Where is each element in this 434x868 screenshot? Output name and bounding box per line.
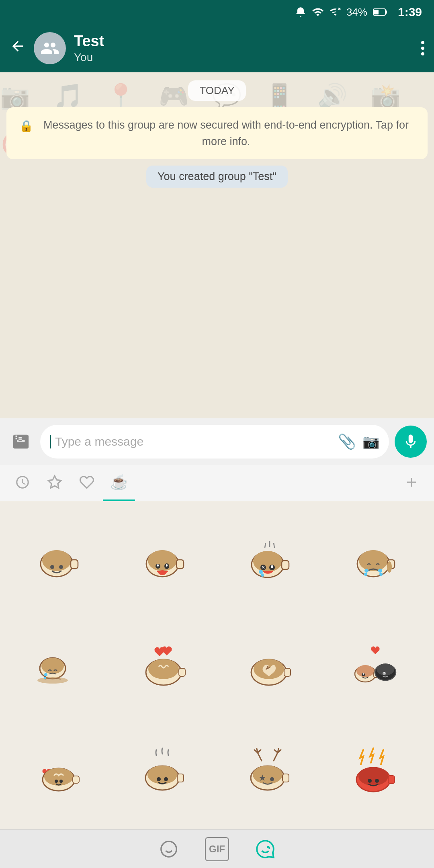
sticker-tab-favorites[interactable] xyxy=(39,465,71,501)
date-badge: TODAY xyxy=(188,80,246,101)
chat-subtitle: You xyxy=(74,51,413,64)
attach-icon[interactable]: 📎 xyxy=(338,433,356,450)
battery-icon xyxy=(373,8,387,16)
svg-point-41 xyxy=(41,658,64,674)
encryption-text: Messages to this group are now secured w… xyxy=(37,117,415,149)
svg-rect-25 xyxy=(282,561,289,569)
svg-rect-50 xyxy=(284,668,291,676)
input-area: Type a message 📎 📷 xyxy=(0,418,434,465)
svg-rect-77 xyxy=(388,776,395,784)
chat-title: Test xyxy=(74,32,413,51)
more-options-button[interactable] xyxy=(421,36,424,60)
svg-point-29 xyxy=(271,565,273,568)
svg-point-55 xyxy=(362,673,364,675)
sticker-6[interactable] xyxy=(114,614,215,716)
svg-point-74 xyxy=(270,777,274,781)
wifi-icon xyxy=(312,6,324,18)
svg-rect-9 xyxy=(71,560,78,569)
svg-point-30 xyxy=(259,570,263,574)
svg-point-46 xyxy=(148,659,179,679)
svg-rect-4 xyxy=(374,10,379,14)
svg-point-19 xyxy=(158,570,166,575)
gif-button[interactable]: GIF xyxy=(205,837,229,861)
sticker-tabs: ☕ xyxy=(0,465,434,501)
sticker-2[interactable] xyxy=(114,509,215,611)
svg-point-38 xyxy=(378,569,382,573)
keyboard-button[interactable] xyxy=(7,428,35,455)
svg-text:★: ★ xyxy=(258,773,266,783)
back-button[interactable] xyxy=(10,38,26,58)
battery-percentage: 34% xyxy=(346,6,367,18)
camera-icon[interactable]: 📷 xyxy=(362,434,379,450)
svg-point-71 xyxy=(253,766,283,784)
menu-dot xyxy=(421,52,424,55)
svg-point-68 xyxy=(157,777,161,781)
svg-point-61 xyxy=(44,768,73,786)
svg-rect-14 xyxy=(176,560,184,569)
svg-point-66 xyxy=(147,766,177,784)
sticker-7[interactable] xyxy=(219,614,321,716)
svg-point-16 xyxy=(157,564,159,567)
sticker-1[interactable] xyxy=(8,509,110,611)
svg-line-22 xyxy=(274,543,274,548)
svg-point-31 xyxy=(261,573,264,577)
sticker-tab-recent[interactable] xyxy=(6,465,39,501)
svg-point-36 xyxy=(364,569,368,573)
svg-point-44 xyxy=(44,677,46,679)
emoji-button[interactable] xyxy=(157,837,181,861)
menu-dot xyxy=(421,47,424,50)
bottom-bar: GIF xyxy=(0,829,434,868)
sticker-12[interactable] xyxy=(325,720,426,822)
svg-point-43 xyxy=(44,673,47,676)
svg-point-37 xyxy=(364,573,367,576)
message-input-box: Type a message 📎 📷 xyxy=(40,425,389,459)
voice-message-button[interactable] xyxy=(395,426,427,458)
svg-point-78 xyxy=(368,779,372,783)
svg-rect-5 xyxy=(385,10,387,14)
lock-icon: 🔒 xyxy=(19,118,33,135)
signal-icon xyxy=(330,6,341,18)
encryption-notice[interactable]: 🔒 Messages to this group are now secured… xyxy=(6,107,428,159)
sticker-tab-coffee[interactable]: ☕ xyxy=(103,465,135,501)
svg-point-39 xyxy=(379,573,383,576)
svg-rect-67 xyxy=(177,774,184,782)
sticker-8[interactable] xyxy=(325,614,426,716)
sticker-11[interactable]: ★ xyxy=(219,720,321,822)
svg-rect-62 xyxy=(73,776,79,783)
svg-line-20 xyxy=(265,543,266,548)
sticker-grid: ✕ xyxy=(0,501,434,830)
svg-point-8 xyxy=(42,550,71,571)
svg-point-69 xyxy=(164,777,168,781)
avatar[interactable] xyxy=(34,32,66,64)
svg-text:✕: ✕ xyxy=(261,565,265,570)
sticker-4[interactable] xyxy=(325,509,426,611)
sticker-10[interactable] xyxy=(114,720,215,822)
status-icons: 34% xyxy=(295,6,387,18)
sticker-9[interactable] xyxy=(8,720,110,822)
chat-header: Test You xyxy=(0,24,434,72)
svg-point-63 xyxy=(55,780,58,783)
svg-point-10 xyxy=(50,565,54,569)
coffee-tab-icon: ☕ xyxy=(110,474,128,491)
header-info[interactable]: Test You xyxy=(74,32,413,64)
svg-rect-72 xyxy=(283,774,289,782)
add-sticker-tab[interactable] xyxy=(395,465,428,501)
svg-point-80 xyxy=(161,841,176,856)
svg-point-64 xyxy=(59,780,63,783)
svg-rect-47 xyxy=(179,668,185,676)
svg-point-13 xyxy=(148,550,177,571)
message-input[interactable]: Type a message xyxy=(50,435,332,448)
gif-label: GIF xyxy=(209,843,225,855)
svg-point-18 xyxy=(166,564,168,567)
sticker-button[interactable] xyxy=(253,837,277,861)
sticker-tab-liked[interactable] xyxy=(71,465,103,501)
system-message: You created group "Test" xyxy=(146,166,288,188)
svg-point-11 xyxy=(59,565,63,569)
alarm-icon xyxy=(295,6,306,18)
svg-point-79 xyxy=(375,779,379,783)
menu-dot xyxy=(421,41,424,44)
sticker-5[interactable] xyxy=(8,614,110,716)
svg-point-33 xyxy=(359,550,388,571)
svg-point-76 xyxy=(358,767,388,786)
sticker-3[interactable]: ✕ xyxy=(219,509,321,611)
